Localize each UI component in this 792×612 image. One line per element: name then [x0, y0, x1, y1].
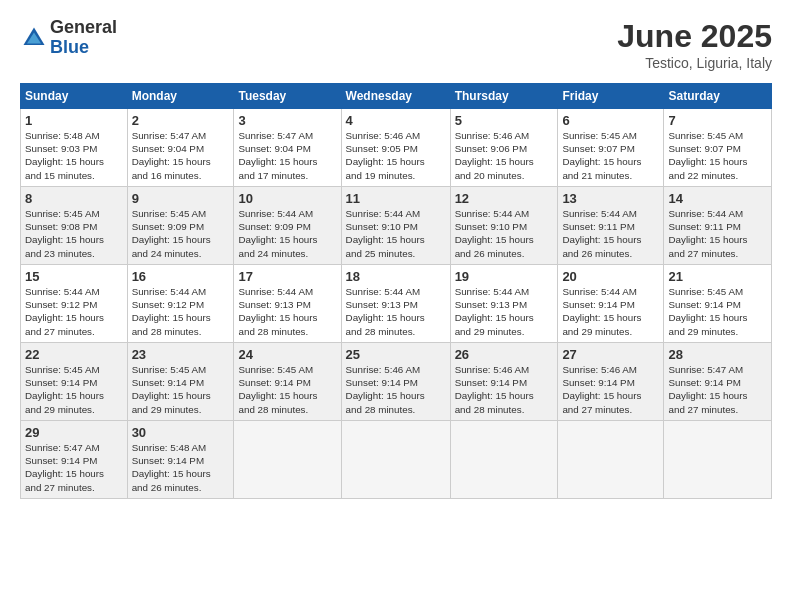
- day-cell-14: 14Sunrise: 5:44 AMSunset: 9:11 PMDayligh…: [664, 187, 772, 265]
- day-number: 22: [25, 347, 123, 362]
- day-number: 30: [132, 425, 230, 440]
- day-info: Sunrise: 5:47 AMSunset: 9:14 PMDaylight:…: [668, 363, 767, 416]
- day-number: 1: [25, 113, 123, 128]
- day-cell-15: 15Sunrise: 5:44 AMSunset: 9:12 PMDayligh…: [21, 265, 128, 343]
- empty-cell: [341, 421, 450, 499]
- day-info: Sunrise: 5:46 AMSunset: 9:14 PMDaylight:…: [346, 363, 446, 416]
- day-info: Sunrise: 5:46 AMSunset: 9:14 PMDaylight:…: [455, 363, 554, 416]
- day-cell-25: 25Sunrise: 5:46 AMSunset: 9:14 PMDayligh…: [341, 343, 450, 421]
- day-number: 21: [668, 269, 767, 284]
- day-cell-22: 22Sunrise: 5:45 AMSunset: 9:14 PMDayligh…: [21, 343, 128, 421]
- day-number: 5: [455, 113, 554, 128]
- weekday-monday: Monday: [127, 84, 234, 109]
- week-row-5: 29Sunrise: 5:47 AMSunset: 9:14 PMDayligh…: [21, 421, 772, 499]
- day-info: Sunrise: 5:44 AMSunset: 9:13 PMDaylight:…: [346, 285, 446, 338]
- day-info: Sunrise: 5:47 AMSunset: 9:04 PMDaylight:…: [132, 129, 230, 182]
- day-number: 23: [132, 347, 230, 362]
- calendar-table: SundayMondayTuesdayWednesdayThursdayFrid…: [20, 83, 772, 499]
- day-info: Sunrise: 5:46 AMSunset: 9:06 PMDaylight:…: [455, 129, 554, 182]
- weekday-saturday: Saturday: [664, 84, 772, 109]
- day-cell-21: 21Sunrise: 5:45 AMSunset: 9:14 PMDayligh…: [664, 265, 772, 343]
- day-cell-20: 20Sunrise: 5:44 AMSunset: 9:14 PMDayligh…: [558, 265, 664, 343]
- day-info: Sunrise: 5:44 AMSunset: 9:09 PMDaylight:…: [238, 207, 336, 260]
- weekday-tuesday: Tuesday: [234, 84, 341, 109]
- day-cell-23: 23Sunrise: 5:45 AMSunset: 9:14 PMDayligh…: [127, 343, 234, 421]
- day-info: Sunrise: 5:48 AMSunset: 9:14 PMDaylight:…: [132, 441, 230, 494]
- day-number: 13: [562, 191, 659, 206]
- day-info: Sunrise: 5:44 AMSunset: 9:13 PMDaylight:…: [455, 285, 554, 338]
- day-info: Sunrise: 5:45 AMSunset: 9:14 PMDaylight:…: [25, 363, 123, 416]
- day-cell-26: 26Sunrise: 5:46 AMSunset: 9:14 PMDayligh…: [450, 343, 558, 421]
- empty-cell: [450, 421, 558, 499]
- day-number: 28: [668, 347, 767, 362]
- weekday-wednesday: Wednesday: [341, 84, 450, 109]
- day-cell-9: 9Sunrise: 5:45 AMSunset: 9:09 PMDaylight…: [127, 187, 234, 265]
- day-number: 25: [346, 347, 446, 362]
- location: Testico, Liguria, Italy: [617, 55, 772, 71]
- day-info: Sunrise: 5:44 AMSunset: 9:11 PMDaylight:…: [668, 207, 767, 260]
- day-cell-27: 27Sunrise: 5:46 AMSunset: 9:14 PMDayligh…: [558, 343, 664, 421]
- day-number: 10: [238, 191, 336, 206]
- day-cell-6: 6Sunrise: 5:45 AMSunset: 9:07 PMDaylight…: [558, 109, 664, 187]
- empty-cell: [558, 421, 664, 499]
- logo-general-text: General: [50, 17, 117, 37]
- day-cell-29: 29Sunrise: 5:47 AMSunset: 9:14 PMDayligh…: [21, 421, 128, 499]
- empty-cell: [234, 421, 341, 499]
- logo-blue-text: Blue: [50, 37, 89, 57]
- week-row-1: 1Sunrise: 5:48 AMSunset: 9:03 PMDaylight…: [21, 109, 772, 187]
- day-cell-24: 24Sunrise: 5:45 AMSunset: 9:14 PMDayligh…: [234, 343, 341, 421]
- day-info: Sunrise: 5:47 AMSunset: 9:04 PMDaylight:…: [238, 129, 336, 182]
- weekday-friday: Friday: [558, 84, 664, 109]
- day-number: 29: [25, 425, 123, 440]
- day-number: 18: [346, 269, 446, 284]
- day-number: 2: [132, 113, 230, 128]
- day-cell-2: 2Sunrise: 5:47 AMSunset: 9:04 PMDaylight…: [127, 109, 234, 187]
- day-cell-5: 5Sunrise: 5:46 AMSunset: 9:06 PMDaylight…: [450, 109, 558, 187]
- day-number: 7: [668, 113, 767, 128]
- logo-icon: [20, 24, 48, 52]
- day-info: Sunrise: 5:45 AMSunset: 9:14 PMDaylight:…: [238, 363, 336, 416]
- day-number: 8: [25, 191, 123, 206]
- page: General Blue June 2025 Testico, Liguria,…: [0, 0, 792, 509]
- day-cell-12: 12Sunrise: 5:44 AMSunset: 9:10 PMDayligh…: [450, 187, 558, 265]
- weekday-header-row: SundayMondayTuesdayWednesdayThursdayFrid…: [21, 84, 772, 109]
- logo: General Blue: [20, 18, 117, 58]
- day-number: 14: [668, 191, 767, 206]
- day-info: Sunrise: 5:44 AMSunset: 9:12 PMDaylight:…: [132, 285, 230, 338]
- day-number: 17: [238, 269, 336, 284]
- day-cell-7: 7Sunrise: 5:45 AMSunset: 9:07 PMDaylight…: [664, 109, 772, 187]
- logo-text: General Blue: [50, 18, 117, 58]
- day-info: Sunrise: 5:45 AMSunset: 9:09 PMDaylight:…: [132, 207, 230, 260]
- day-cell-13: 13Sunrise: 5:44 AMSunset: 9:11 PMDayligh…: [558, 187, 664, 265]
- day-number: 26: [455, 347, 554, 362]
- weekday-sunday: Sunday: [21, 84, 128, 109]
- day-cell-28: 28Sunrise: 5:47 AMSunset: 9:14 PMDayligh…: [664, 343, 772, 421]
- day-cell-8: 8Sunrise: 5:45 AMSunset: 9:08 PMDaylight…: [21, 187, 128, 265]
- day-info: Sunrise: 5:44 AMSunset: 9:10 PMDaylight:…: [455, 207, 554, 260]
- day-info: Sunrise: 5:44 AMSunset: 9:11 PMDaylight:…: [562, 207, 659, 260]
- day-cell-30: 30Sunrise: 5:48 AMSunset: 9:14 PMDayligh…: [127, 421, 234, 499]
- day-cell-11: 11Sunrise: 5:44 AMSunset: 9:10 PMDayligh…: [341, 187, 450, 265]
- day-info: Sunrise: 5:45 AMSunset: 9:14 PMDaylight:…: [668, 285, 767, 338]
- day-cell-3: 3Sunrise: 5:47 AMSunset: 9:04 PMDaylight…: [234, 109, 341, 187]
- day-number: 11: [346, 191, 446, 206]
- day-number: 3: [238, 113, 336, 128]
- day-cell-18: 18Sunrise: 5:44 AMSunset: 9:13 PMDayligh…: [341, 265, 450, 343]
- title-block: June 2025 Testico, Liguria, Italy: [617, 18, 772, 71]
- day-info: Sunrise: 5:44 AMSunset: 9:10 PMDaylight:…: [346, 207, 446, 260]
- day-number: 27: [562, 347, 659, 362]
- day-info: Sunrise: 5:46 AMSunset: 9:14 PMDaylight:…: [562, 363, 659, 416]
- day-info: Sunrise: 5:44 AMSunset: 9:12 PMDaylight:…: [25, 285, 123, 338]
- day-info: Sunrise: 5:45 AMSunset: 9:08 PMDaylight:…: [25, 207, 123, 260]
- day-number: 24: [238, 347, 336, 362]
- day-info: Sunrise: 5:48 AMSunset: 9:03 PMDaylight:…: [25, 129, 123, 182]
- day-number: 20: [562, 269, 659, 284]
- empty-cell: [664, 421, 772, 499]
- day-info: Sunrise: 5:45 AMSunset: 9:07 PMDaylight:…: [668, 129, 767, 182]
- day-cell-16: 16Sunrise: 5:44 AMSunset: 9:12 PMDayligh…: [127, 265, 234, 343]
- day-number: 15: [25, 269, 123, 284]
- day-cell-10: 10Sunrise: 5:44 AMSunset: 9:09 PMDayligh…: [234, 187, 341, 265]
- day-cell-17: 17Sunrise: 5:44 AMSunset: 9:13 PMDayligh…: [234, 265, 341, 343]
- weekday-thursday: Thursday: [450, 84, 558, 109]
- week-row-2: 8Sunrise: 5:45 AMSunset: 9:08 PMDaylight…: [21, 187, 772, 265]
